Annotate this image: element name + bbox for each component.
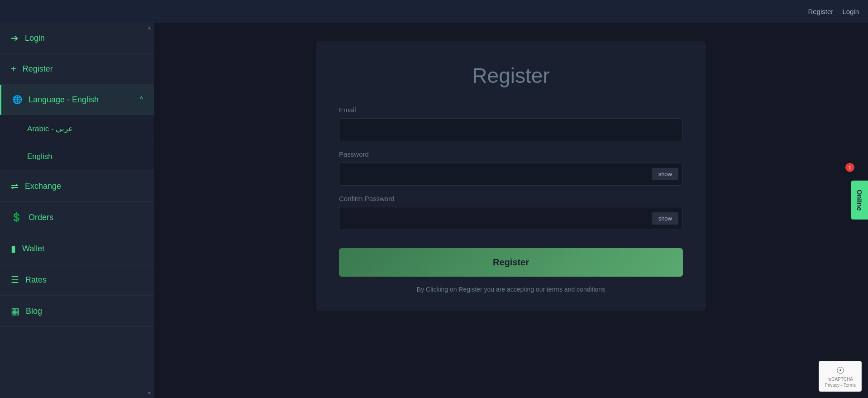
rates-icon: ☰ [11, 274, 19, 285]
scroll-up-arrow[interactable]: ▲ [147, 24, 152, 31]
sidebar-login-label: Login [25, 34, 45, 43]
language-label: Language - English [29, 95, 99, 105]
recaptcha-badge: ☉ reCAPTCHA Privacy - Terms [819, 361, 862, 392]
globe-icon: 🌐 [12, 95, 22, 105]
login-icon: ➔ [11, 33, 19, 43]
password-label: Password [339, 150, 683, 158]
sidebar-item-arabic[interactable]: Arabic - عربي [0, 115, 154, 143]
terms-text: By Clicking on Register you are acceptin… [339, 286, 683, 293]
email-field[interactable] [339, 118, 683, 141]
sidebar-item-language[interactable]: 🌐 Language - English ^ [0, 85, 154, 115]
show-confirm-password-button[interactable]: show [652, 212, 678, 225]
password-field[interactable] [339, 163, 683, 186]
register-submit-button[interactable]: Register [339, 248, 683, 277]
sidebar-item-exchange[interactable]: ⇌ Exchange [0, 171, 154, 202]
register-title: Register [339, 63, 683, 88]
email-label: Email [339, 106, 683, 114]
sidebar-item-english[interactable]: English [0, 143, 154, 171]
sidebar-blog-label: Blog [26, 307, 42, 316]
nav-register-link[interactable]: Register [808, 8, 833, 15]
main-layout: ▲ ➔ Login + Register 🌐 Language - Englis… [0, 23, 868, 398]
email-input-wrapper [339, 118, 683, 141]
sidebar-item-login[interactable]: ➔ Login [0, 23, 154, 54]
sidebar-wallet-label: Wallet [22, 244, 44, 254]
register-card: Register Email Password show Confirm Pas… [316, 41, 706, 311]
register-icon: + [11, 64, 16, 74]
confirm-password-input-wrapper: show [339, 207, 683, 230]
orders-icon: 💲 [11, 212, 22, 223]
sidebar-register-label: Register [23, 64, 53, 74]
sidebar-item-wallet[interactable]: ▮ Wallet [0, 233, 154, 264]
nav-login-link[interactable]: Login [842, 8, 859, 15]
show-password-button[interactable]: show [652, 168, 678, 180]
sidebar-item-blog[interactable]: ▦ Blog [0, 296, 154, 327]
confirm-password-field[interactable] [339, 207, 683, 230]
recaptcha-text: reCAPTCHA [827, 377, 853, 382]
english-label: English [27, 152, 52, 161]
terms-text-content: By Clicking on Register you are acceptin… [417, 286, 605, 293]
email-group: Email [339, 106, 683, 141]
password-input-wrapper: show [339, 163, 683, 186]
password-group: Password show [339, 150, 683, 186]
chevron-up-icon: ^ [139, 96, 143, 104]
online-badge: 1 [845, 163, 854, 172]
scroll-down-arrow[interactable]: ▼ [147, 390, 152, 396]
arabic-label: Arabic - عربي [27, 124, 73, 134]
sidebar-exchange-label: Exchange [25, 182, 61, 191]
exchange-icon: ⇌ [11, 181, 19, 192]
top-navbar: Register Login [0, 0, 868, 23]
recaptcha-subtext: Privacy - Terms [825, 383, 856, 388]
online-chat-button[interactable]: Online [851, 180, 868, 220]
content-area: Register Email Password show Confirm Pas… [154, 23, 868, 398]
recaptcha-logo: ☉ [836, 365, 844, 376]
confirm-password-group: Confirm Password show [339, 195, 683, 230]
wallet-icon: ▮ [11, 243, 16, 254]
sidebar-rates-label: Rates [25, 275, 47, 285]
confirm-password-label: Confirm Password [339, 195, 683, 202]
sidebar: ▲ ➔ Login + Register 🌐 Language - Englis… [0, 23, 154, 398]
sidebar-item-register[interactable]: + Register [0, 54, 154, 85]
sidebar-item-orders[interactable]: 💲 Orders [0, 202, 154, 233]
sidebar-item-rates[interactable]: ☰ Rates [0, 264, 154, 296]
sidebar-orders-label: Orders [29, 213, 53, 222]
blog-icon: ▦ [11, 306, 19, 316]
